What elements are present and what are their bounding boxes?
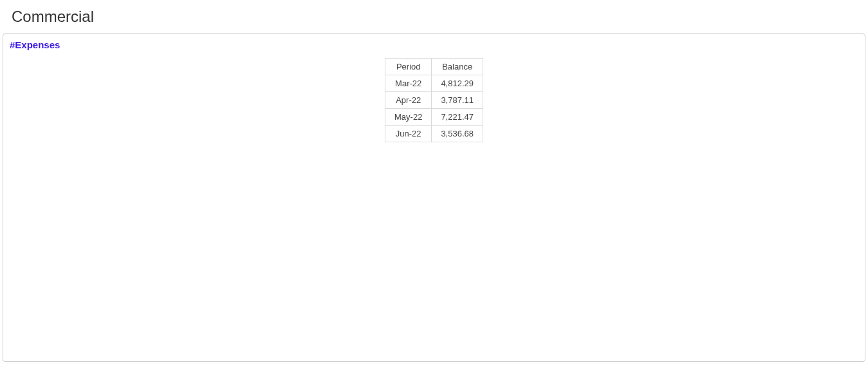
table-row: Mar-22 4,812.29	[385, 75, 483, 92]
table-row: Jun-22 3,536.68	[385, 126, 483, 142]
cell-period: May-22	[385, 109, 432, 126]
cell-period: Jun-22	[385, 126, 432, 142]
expenses-table: Period Balance Mar-22 4,812.29 Apr-22 3,…	[385, 58, 483, 142]
table-header-row: Period Balance	[385, 59, 483, 75]
cell-balance: 4,812.29	[432, 75, 483, 92]
cell-period: Mar-22	[385, 75, 432, 92]
panel-title: #Expenses	[3, 34, 865, 54]
column-header-period: Period	[385, 59, 432, 75]
column-header-balance: Balance	[432, 59, 483, 75]
table-container: Period Balance Mar-22 4,812.29 Apr-22 3,…	[3, 58, 865, 142]
expenses-panel: #Expenses Period Balance Mar-22 4,812.29…	[3, 33, 865, 362]
page-title: Commercial	[0, 0, 868, 33]
cell-balance: 7,221.47	[432, 109, 483, 126]
cell-balance: 3,536.68	[432, 126, 483, 142]
table-row: Apr-22 3,787.11	[385, 92, 483, 109]
cell-period: Apr-22	[385, 92, 432, 109]
cell-balance: 3,787.11	[432, 92, 483, 109]
table-row: May-22 7,221.47	[385, 109, 483, 126]
